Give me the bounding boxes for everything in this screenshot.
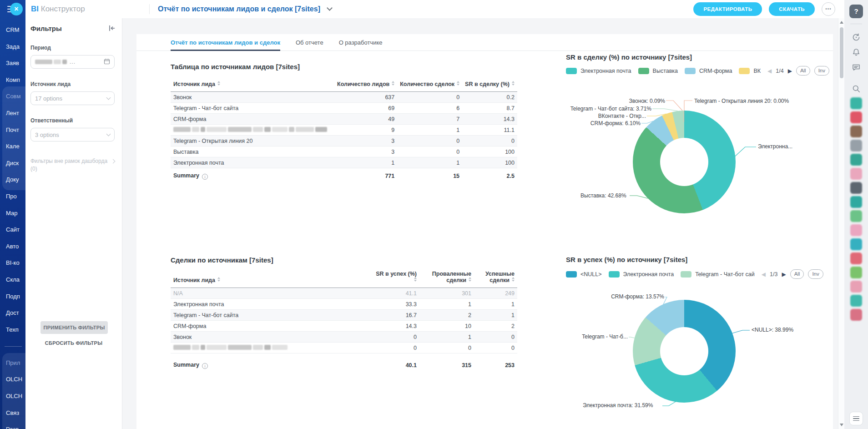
- avatar[interactable]: [850, 97, 862, 109]
- avatar[interactable]: [850, 309, 862, 321]
- sidebar-item-совм[interactable]: Совм: [0, 88, 25, 105]
- more-options-button[interactable]: •••: [822, 2, 835, 16]
- avatar[interactable]: [850, 168, 862, 180]
- search-icon[interactable]: [844, 81, 868, 96]
- column-header[interactable]: Количество лидов: [333, 78, 397, 92]
- sort-icon[interactable]: [414, 277, 417, 282]
- lead-source-select[interactable]: 17 options: [30, 91, 115, 105]
- legend-item[interactable]: CRM-форма: [685, 68, 732, 74]
- tab-about-developer[interactable]: О разработчике: [339, 34, 383, 50]
- sort-icon[interactable]: [457, 81, 459, 86]
- column-header[interactable]: Проваленные сделки: [419, 268, 474, 288]
- edit-button[interactable]: РЕДАКТИРОВАТЬ: [693, 2, 762, 16]
- reset-filters-button[interactable]: СБРОСИТЬ ФИЛЬТРЫ: [25, 340, 122, 346]
- tab-report[interactable]: Отчёт по источникам лидов и сделок: [171, 34, 280, 50]
- sidebar-item-скла[interactable]: Скла: [0, 272, 25, 288]
- menu-list-button[interactable]: [849, 412, 863, 425]
- sidebar-item-связ[interactable]: Связ: [0, 405, 25, 422]
- legend-prev-icon[interactable]: ◀: [767, 68, 772, 74]
- sort-icon[interactable]: [217, 277, 220, 282]
- sidebar-item-лент[interactable]: Лент: [0, 105, 25, 122]
- legend-next-icon[interactable]: ▶: [782, 271, 786, 278]
- apply-filters-button[interactable]: ПРИМЕНИТЬ ФИЛЬТРЫ: [40, 321, 108, 334]
- chat-icon[interactable]: [844, 60, 868, 75]
- info-icon[interactable]: i: [202, 174, 208, 180]
- legend-item[interactable]: Электронная почта: [609, 271, 674, 278]
- avatar[interactable]: [850, 126, 862, 137]
- legend-item[interactable]: Электронная почта: [566, 68, 631, 74]
- sidebar-item-подп[interactable]: Подп: [0, 288, 25, 305]
- sidebar-item-комп[interactable]: Комп: [0, 72, 25, 89]
- avatar[interactable]: [850, 238, 862, 250]
- avatar[interactable]: [850, 281, 862, 293]
- sidebar-item-диск[interactable]: Диск: [0, 155, 25, 172]
- calendar-icon[interactable]: [104, 58, 110, 66]
- tab-about-report[interactable]: Об отчете: [296, 34, 323, 50]
- sidebar-item-кале[interactable]: Кале: [0, 138, 25, 155]
- sort-icon[interactable]: [512, 81, 515, 86]
- avatar[interactable]: [850, 140, 862, 151]
- scroll-down-arrow[interactable]: [840, 424, 843, 426]
- sidebar-item-про[interactable]: Про: [0, 188, 25, 205]
- column-header[interactable]: Источник лида: [171, 78, 333, 92]
- sidebar-item-дост[interactable]: Дост: [0, 305, 25, 322]
- sidebar-item-мар[interactable]: Мар: [0, 205, 25, 222]
- sidebar-item-прил[interactable]: Прил: [0, 355, 25, 372]
- close-panel-button[interactable]: ×: [10, 3, 23, 15]
- avatar[interactable]: [850, 295, 862, 307]
- sidebar-item-разв[interactable]: Разв: [0, 421, 25, 429]
- column-header[interactable]: Источник лида: [171, 268, 369, 288]
- legend-next-icon[interactable]: ▶: [788, 68, 792, 74]
- filters-outside-link[interactable]: Фильтры вне рамок дашборда: [30, 158, 115, 164]
- sidebar-item-crm[interactable]: CRM: [0, 22, 25, 39]
- sort-icon[interactable]: [512, 277, 515, 282]
- legend-inv-button[interactable]: Inv: [808, 269, 823, 279]
- donut-chart-sr-deal[interactable]: [633, 111, 736, 213]
- legend-item[interactable]: Telegram - Чат-бот сай: [681, 271, 755, 278]
- legend-all-button[interactable]: All: [796, 66, 810, 76]
- help-button[interactable]: ?: [849, 5, 863, 18]
- vertical-scrollbar[interactable]: [838, 18, 844, 429]
- legend-prev-icon[interactable]: ◀: [762, 271, 766, 278]
- sort-icon[interactable]: [392, 81, 394, 86]
- responsible-select[interactable]: 3 options: [30, 128, 115, 141]
- sidebar-item-olch[interactable]: OLCH: [0, 388, 25, 405]
- column-header[interactable]: SR в сделку (%): [462, 78, 517, 92]
- column-header[interactable]: Количество сделок: [397, 78, 462, 92]
- legend-item[interactable]: <NULL>: [566, 271, 602, 278]
- sidebar-item-почт[interactable]: Почт: [0, 122, 25, 139]
- sidebar-item-авто[interactable]: Авто: [0, 238, 25, 255]
- sort-icon[interactable]: [217, 81, 220, 86]
- info-icon[interactable]: i: [202, 363, 208, 369]
- avatar[interactable]: [850, 154, 862, 166]
- avatar[interactable]: [850, 252, 862, 264]
- sidebar-item-bi-ко[interactable]: BI-ко: [0, 255, 25, 272]
- period-input[interactable]: ...: [30, 55, 115, 69]
- avatar[interactable]: [850, 267, 862, 278]
- collapse-panel-icon[interactable]: [108, 25, 116, 33]
- sidebar-item-olch[interactable]: OLCH: [0, 371, 25, 388]
- avatar[interactable]: [850, 224, 862, 236]
- legend-inv-button[interactable]: Inv: [814, 66, 829, 76]
- sidebar-item-техп[interactable]: Техп: [0, 322, 25, 338]
- column-header[interactable]: Успешные сделки: [474, 268, 517, 288]
- avatar[interactable]: [850, 111, 862, 123]
- legend-all-button[interactable]: All: [790, 269, 804, 279]
- scrollbar-thumb[interactable]: [840, 27, 843, 78]
- sidebar-item-заяв[interactable]: Заяв: [0, 55, 25, 72]
- legend-item[interactable]: ВК: [739, 68, 761, 74]
- scroll-up-arrow[interactable]: [840, 21, 843, 24]
- updates-icon[interactable]: [844, 30, 868, 45]
- donut-chart-sr-success[interactable]: [633, 300, 736, 403]
- avatar[interactable]: [850, 196, 862, 208]
- legend-item[interactable]: Выставка: [638, 68, 678, 74]
- chevron-down-icon[interactable]: [327, 5, 333, 11]
- avatar[interactable]: [850, 210, 862, 222]
- notifications-bell-icon[interactable]: [844, 45, 868, 60]
- sidebar-item-доку[interactable]: Доку: [0, 172, 25, 188]
- download-button[interactable]: СКАЧАТЬ: [769, 2, 815, 16]
- avatar[interactable]: [850, 182, 862, 194]
- sidebar-item-зада[interactable]: Зада: [0, 39, 25, 56]
- sort-icon[interactable]: [469, 277, 471, 282]
- sidebar-item-сайт[interactable]: Сайт: [0, 222, 25, 238]
